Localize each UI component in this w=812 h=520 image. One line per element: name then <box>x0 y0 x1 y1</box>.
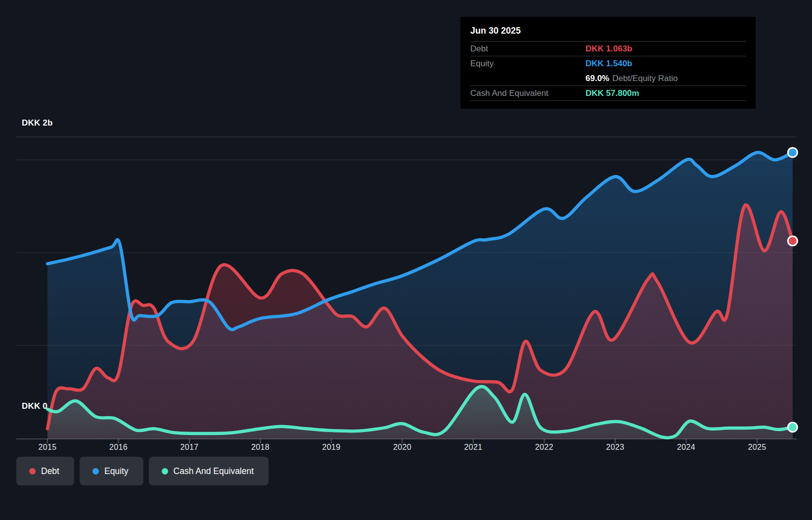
tooltip-ratio: 69.0%Debt/Equity Ratio <box>586 74 678 84</box>
tooltip-row-cash: Cash And Equivalent DKK 57.800m <box>470 86 746 101</box>
tooltip-value-debt: DKK 1.063b <box>586 44 632 54</box>
tooltip-label-debt: Debt <box>470 44 586 54</box>
tooltip-label-equity: Equity <box>470 59 586 69</box>
cash-series-dot-icon <box>162 468 168 475</box>
legend-label-debt: Debt <box>41 466 59 477</box>
tooltip-row-debt: Debt DKK 1.063b <box>470 42 746 56</box>
legend-item-debt[interactable]: Debt <box>16 457 74 485</box>
tooltip-date: Jun 30 2025 <box>470 23 746 42</box>
tooltip-ratio-value: 69.0% <box>586 74 609 83</box>
legend-item-equity[interactable]: Equity <box>80 457 143 485</box>
y-axis-label-top: DKK 2b <box>22 118 53 128</box>
tooltip-row-equity: Equity DKK 1.540b <box>470 56 746 71</box>
tooltip-ratio-label: Debt/Equity Ratio <box>612 74 677 83</box>
tooltip-value-equity: DKK 1.540b <box>586 59 632 69</box>
x-axis-ticks <box>47 439 757 443</box>
y-axis-label-bottom: DKK 0 <box>22 401 47 411</box>
cash-end-marker <box>788 423 797 432</box>
legend-label-cash: Cash And Equivalent <box>174 466 254 477</box>
legend-label-equity: Equity <box>104 466 129 477</box>
tooltip-value-cash: DKK 57.800m <box>586 88 639 98</box>
equity-series-dot-icon <box>92 468 99 475</box>
equity-end-marker <box>788 148 797 157</box>
debt-end-marker <box>788 236 797 246</box>
tooltip-label-cash: Cash And Equivalent <box>470 88 586 98</box>
chart-tooltip: Jun 30 2025 Debt DKK 1.063b Equity DKK 1… <box>460 17 756 109</box>
chart-root: DKK 2b DKK 0 2015 2016 2017 2018 2019 20… <box>0 0 812 520</box>
debt-series-dot-icon <box>29 468 36 475</box>
chart-legend: Debt Equity Cash And Equivalent <box>16 457 269 485</box>
tooltip-row-ratio: 69.0%Debt/Equity Ratio <box>470 71 746 86</box>
legend-item-cash[interactable]: Cash And Equivalent <box>149 457 269 485</box>
series-fills <box>47 152 793 439</box>
